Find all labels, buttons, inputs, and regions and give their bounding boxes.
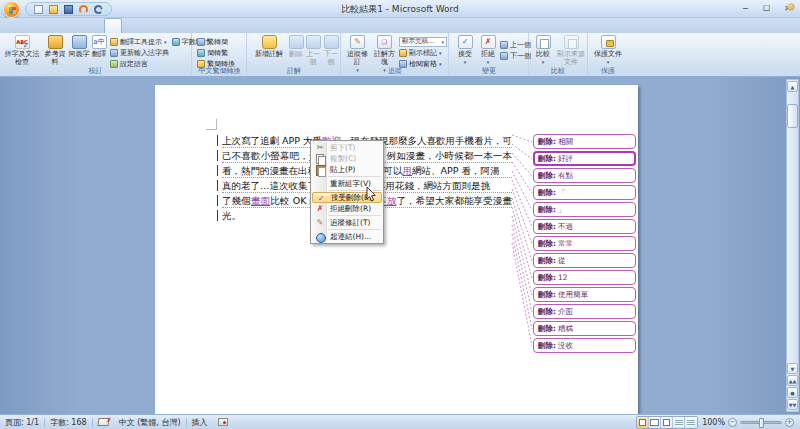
context-menu-item[interactable]: 接受刪除(E) [312,192,382,203]
context-menu-item[interactable]: 貼上(P) [312,164,382,175]
context-menu-item[interactable]: 重新組字(V) [312,178,382,189]
ribbon-tab[interactable] [154,18,170,33]
deletion-balloon[interactable]: 刪除: 不過 [533,219,636,234]
ribbon-tab[interactable] [24,18,40,33]
delete-comment-button[interactable]: 刪除 [288,35,304,58]
delete-comment-icon [289,35,304,49]
word-count-indicator[interactable]: 字數: 168 [45,415,92,429]
group-label-compare: 比較 [529,66,587,76]
context-menu-item[interactable]: 剪下(T) [312,142,382,153]
ribbon-tab[interactable] [56,18,72,33]
group-label-comments: 註解 [248,66,340,76]
change-bar [217,165,218,176]
select-browse-object-icon[interactable]: ● [787,387,798,398]
next-page-icon[interactable]: ▼▼ [787,399,798,410]
scroll-up-icon[interactable]: ▲ [787,81,798,92]
macro-record-button[interactable] [213,415,233,429]
zoom-level[interactable]: 100% [702,418,725,427]
deletion-balloon[interactable]: 刪除: 12 [533,270,636,285]
show-source-documents-button[interactable]: 顯示來源文件 [556,35,586,66]
deletion-balloon[interactable]: 刪除: 常常 [533,236,636,251]
next-comment-button[interactable]: 下一個 [322,35,340,66]
group-label-protect: 保護 [588,66,628,76]
deletion-balloon[interactable]: 刪除: 有點 [533,168,636,183]
thesaurus-button[interactable]: 同義字 [68,35,90,58]
vertical-scrollbar[interactable]: ▲ ▼ ▲▲ ● ▼▼ [786,79,799,412]
menu-item-label: 接受刪除(E) [331,193,372,203]
context-menu-item[interactable]: 複製(C) [312,153,382,164]
previous-page-icon[interactable]: ▲▲ [787,375,798,386]
deletion-balloon[interactable]: 刪除: 」 [533,202,636,217]
balloon-deleted-text: 從 [558,256,566,266]
ribbon-tab[interactable] [88,18,104,33]
trad-to-simp-button[interactable]: 繁轉簡 [197,36,235,47]
spellcheck-icon: ABC [15,35,30,49]
thesaurus-book-icon [72,35,87,49]
balloon-prefix: 刪除: [538,137,556,147]
deletion-balloon[interactable]: 刪除: 相關 [533,134,636,149]
simp-to-trad-icon [197,49,205,57]
deletion-balloon[interactable]: 刪除: 從 [533,253,636,268]
protect-document-button[interactable]: 保護文件▾ [591,35,625,66]
context-menu-item[interactable]: 追蹤修訂(T) [312,217,382,228]
balloon-deleted-text: 相關 [558,137,573,147]
menu-item-label: 貼上(P) [330,165,355,175]
spelling-grammar-button[interactable]: ABC 拼字及文法檢查 [3,35,41,66]
balloon-prefix: 刪除: [538,290,556,300]
zoom-slider-thumb[interactable] [759,418,764,428]
ribbon-tab[interactable] [122,18,138,33]
deletion-balloon[interactable]: 刪除: 使用簡單 [533,287,636,302]
web-layout-view-button[interactable] [661,417,673,428]
zoom-out-icon[interactable]: − [728,418,737,427]
translate-button[interactable]: a中 翻譯 [90,35,108,58]
deletion-balloon[interactable]: 刪除: 糟糕 [533,321,636,336]
previous-comment-button[interactable]: 上一個 [304,35,322,66]
ribbon-tab[interactable] [104,18,122,33]
deletion-balloon[interactable]: 刪除: 沒收 [533,338,636,353]
show-markup-button[interactable]: 顯示標記▾ [399,47,447,58]
menu-separator [328,229,381,230]
research-book-icon [48,35,63,49]
reject-change-icon: ✗ [481,35,496,49]
scrollbar-thumb[interactable] [787,104,798,128]
previous-change-icon [500,41,508,49]
reject-button[interactable]: ✗ 拒絕▾ [477,35,499,66]
minimize-button[interactable]: ─ [735,1,756,15]
zoom-in-icon[interactable]: + [785,418,794,427]
context-menu-item[interactable]: 超連結(H)... [312,231,382,242]
group-tracking: ✎ 追蹤修訂▾ ❑ 註解方塊▾ 顯示完稿...▾ 顯示標記▾ 檢閱窗格▾ 追蹤 [342,33,449,76]
next-change-button[interactable]: 下一個 [500,50,531,61]
proofing-status[interactable] [93,415,114,429]
ribbon-tab[interactable] [40,18,56,33]
insert-mode-indicator[interactable]: 插入 [187,415,213,429]
deletion-balloon[interactable]: 刪除: 好評 [533,151,636,166]
group-comments: 新增註解 刪除 上一個 下一個 註解 [248,33,341,76]
draft-view-button[interactable] [685,417,697,428]
menu-item-icon [314,142,326,153]
research-button[interactable]: 參考資料 [42,35,68,66]
print-layout-view-button[interactable] [637,417,649,428]
language-indicator[interactable]: 中文 (繁體, 台灣) [114,415,186,429]
display-for-review-combo[interactable]: 顯示完稿...▾ [399,36,447,47]
compare-button[interactable]: 比較▾ [532,35,554,66]
scroll-down-icon[interactable]: ▼ [787,363,798,374]
zoom-slider[interactable] [740,421,782,424]
help-icon[interactable] [787,3,795,11]
ribbon-tab[interactable] [138,18,154,33]
previous-change-button[interactable]: 上一個 [500,39,531,50]
context-menu-item[interactable]: 拒絕刪除(R) [312,203,382,214]
deletion-balloon[interactable]: 刪除: 「 [533,185,636,200]
translation-tooltip-button[interactable]: 翻譯工具提示▾ [110,36,167,47]
outline-view-button[interactable] [673,417,685,428]
show-markup-icon [399,49,407,57]
simp-to-trad-button[interactable]: 簡轉繁 [197,47,235,58]
menu-item-label: 追蹤修訂(T) [330,218,370,228]
new-comment-button[interactable]: 新增註解 [252,35,286,58]
accept-button[interactable]: ✓ 接受▾ [454,35,476,66]
deletion-balloon[interactable]: 刪除: 介面 [533,304,636,319]
balloon-prefix: 刪除: [538,341,556,351]
maximize-button[interactable]: ☐ [756,1,777,15]
page-indicator[interactable]: 頁面: 1/1 [0,415,44,429]
ribbon-tab[interactable] [72,18,88,33]
full-screen-reading-view-button[interactable] [649,417,661,428]
